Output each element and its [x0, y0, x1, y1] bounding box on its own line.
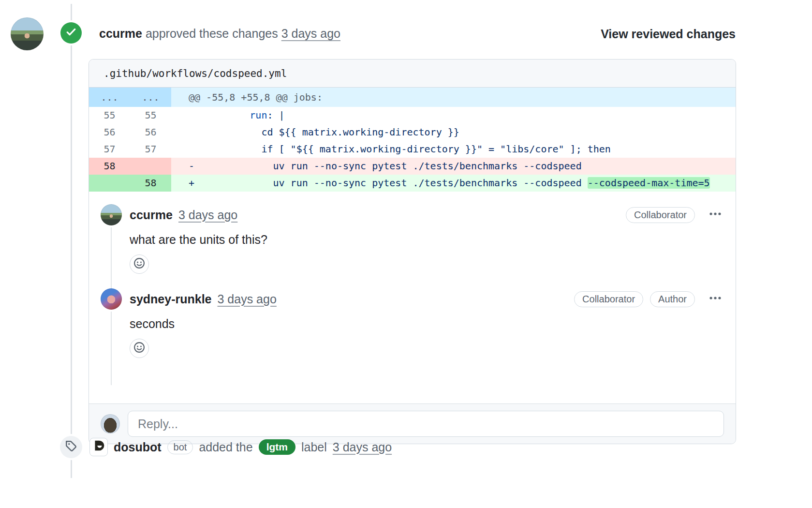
avatar-current-user — [101, 414, 120, 433]
comment-thread: ccurme 3 days ago Collaborator what are … — [89, 192, 736, 403]
code-line: cd ${{ matrix.working-directory }} — [171, 124, 736, 141]
comment-body: seconds — [130, 316, 724, 331]
reply-input[interactable] — [128, 411, 724, 437]
comment-header: sydney-runkle 3 days ago Collaborator Au… — [130, 288, 724, 310]
review-action-text: approved these changes — [146, 27, 278, 40]
collaborator-badge: Collaborator — [574, 291, 643, 307]
review-approved-badge — [60, 22, 82, 44]
avatar-sydney-runkle[interactable] — [101, 288, 122, 310]
avatar-ccurme-large[interactable] — [11, 17, 44, 50]
collaborator-badge: Collaborator — [626, 207, 695, 223]
label-event-action-pre: added the — [199, 440, 252, 454]
check-icon — [65, 26, 77, 40]
diff-line-deleted: 58 - uv run --no-sync pytest ./tests/ben… — [89, 158, 736, 175]
diff-line-context: 57 57 if [ "${{ matrix.working-directory… — [89, 141, 736, 158]
old-line-number — [89, 175, 130, 192]
lgtm-label[interactable]: lgtm — [259, 439, 295, 455]
kebab-icon — [709, 208, 722, 222]
diff-line-context: 56 56 cd ${{ matrix.working-directory }} — [89, 124, 736, 141]
review-event-text: ccurme approved these changes 3 days ago — [99, 27, 340, 41]
diff-line-added: 58 + uv run --no-sync pytest ./tests/ben… — [89, 175, 736, 192]
view-reviewed-changes-link[interactable]: View reviewed changes — [601, 27, 736, 41]
timeline-line — [71, 4, 72, 478]
comment-ccurme: ccurme 3 days ago Collaborator what are … — [101, 204, 724, 274]
review-author-link[interactable]: ccurme — [99, 27, 142, 40]
add-reaction-button[interactable] — [130, 254, 149, 274]
review-thread-card: .github/workflows/codspeed.yml ... ... @… — [89, 59, 736, 444]
diff-table: ... ... @@ -55,8 +55,8 @@ jobs: 55 55 ru… — [89, 88, 736, 192]
comment-sydney-runkle: sydney-runkle 3 days ago Collaborator Au… — [101, 288, 724, 358]
tag-icon — [65, 440, 77, 454]
label-event-timestamp-link[interactable]: 3 days ago — [333, 440, 392, 454]
new-line-number: 55 — [130, 107, 171, 124]
comment-menu-button[interactable] — [707, 208, 724, 222]
hunk-old-marker: ... — [89, 88, 130, 107]
pr-review-timeline: ccurme approved these changes 3 days ago… — [0, 0, 812, 508]
label-event-badge — [60, 436, 82, 458]
hunk-new-marker: ... — [130, 88, 171, 107]
kebab-icon — [709, 292, 722, 306]
comment-timestamp-link[interactable]: 3 days ago — [218, 292, 277, 306]
dosu-logo-icon — [92, 439, 105, 455]
new-line-number: 58 — [130, 175, 171, 192]
comment-body: what are the units of this? — [130, 232, 724, 247]
add-reaction-button[interactable] — [130, 339, 149, 358]
review-timestamp-link[interactable]: 3 days ago — [281, 27, 340, 40]
old-line-number: 56 — [89, 124, 130, 141]
comment-author-link[interactable]: sydney-runkle — [130, 292, 212, 306]
code-line: - uv run --no-sync pytest ./tests/benchm… — [171, 158, 736, 175]
label-event-action-post: label — [301, 440, 327, 454]
diff-line-context: 55 55 run: | — [89, 107, 736, 124]
smiley-icon — [133, 342, 145, 355]
comment-author-link[interactable]: ccurme — [130, 208, 173, 222]
diff-file-path-link[interactable]: .github/workflows/codspeed.yml — [103, 68, 287, 79]
avatar-ccurme[interactable] — [101, 204, 122, 225]
diff-hunk-row: ... ... @@ -55,8 +55,8 @@ jobs: — [89, 88, 736, 107]
new-line-number — [130, 158, 171, 175]
diff-file-header: .github/workflows/codspeed.yml — [89, 60, 736, 88]
old-line-number: 58 — [89, 158, 130, 175]
code-line: + uv run --no-sync pytest ./tests/benchm… — [171, 175, 736, 192]
label-event-author-link[interactable]: dosubot — [114, 440, 162, 454]
smiley-icon — [133, 257, 145, 271]
bot-badge: bot — [167, 440, 193, 454]
comment-header: ccurme 3 days ago Collaborator — [130, 204, 724, 225]
old-line-number: 57 — [89, 141, 130, 158]
comment-timestamp-link[interactable]: 3 days ago — [178, 208, 237, 222]
avatar-dosubot[interactable] — [89, 438, 108, 456]
label-event-row: dosubot bot added the lgtm label 3 days … — [89, 437, 392, 457]
new-line-number: 57 — [130, 141, 171, 158]
old-line-number: 55 — [89, 107, 130, 124]
new-line-number: 56 — [130, 124, 171, 141]
code-line: run: | — [171, 107, 736, 124]
comment-menu-button[interactable] — [707, 292, 724, 306]
added-word-highlight: --codspeed-max-time=5 — [588, 177, 710, 189]
author-badge: Author — [650, 291, 695, 307]
hunk-header-text: @@ -55,8 +55,8 @@ jobs: — [171, 88, 736, 107]
code-line: if [ "${{ matrix.working-directory }}" =… — [171, 141, 736, 158]
